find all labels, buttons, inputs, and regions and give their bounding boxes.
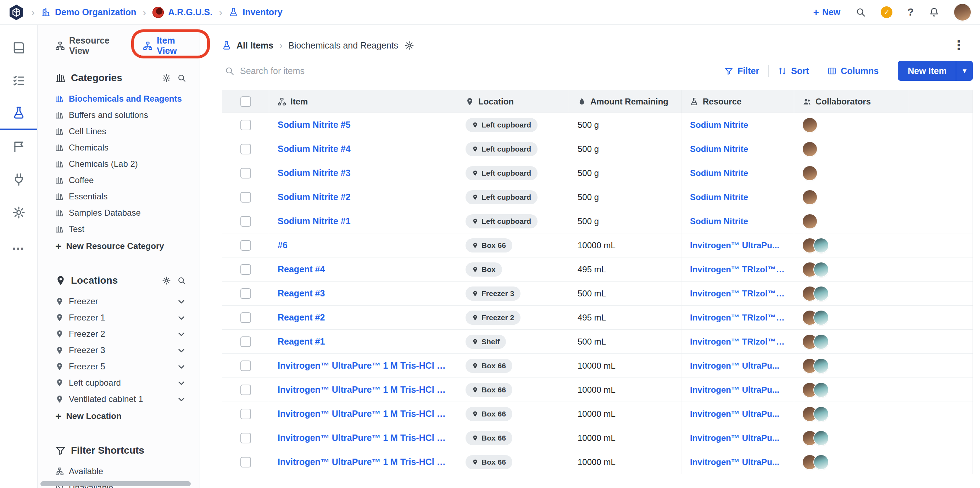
rail-journal-icon[interactable]	[0, 31, 37, 64]
filter-button[interactable]: Filter	[715, 66, 768, 76]
category-item[interactable]: Biochemicals and Reagents	[55, 91, 186, 107]
row-checkbox[interactable]	[240, 120, 251, 130]
table-row[interactable]: Reagent #2 Freezer 2 495 mL Invitrogen™ …	[222, 306, 972, 330]
location-item[interactable]: Freezer 1	[55, 309, 186, 326]
row-checkbox[interactable]	[240, 409, 251, 419]
collaborator-avatar[interactable]	[803, 142, 817, 156]
table-row[interactable]: Invitrogen™ UltraPure™ 1 M Tris-HCl Bu..…	[222, 426, 972, 450]
resource-link[interactable]: Invitrogen™ UltraPu...	[690, 385, 779, 395]
collaborator-avatar[interactable]	[814, 238, 828, 252]
table-row[interactable]: Sodium Nitrite #4 Left cupboard 500 g So…	[222, 137, 972, 161]
resource-link[interactable]: Invitrogen™ UltraPu...	[690, 433, 779, 443]
item-link[interactable]: Sodium Nitrite #2	[278, 192, 351, 202]
row-checkbox[interactable]	[240, 457, 251, 467]
chevron-down-icon[interactable]	[177, 395, 186, 404]
new-location-button[interactable]: + New Location	[55, 407, 186, 425]
item-link[interactable]: Invitrogen™ UltraPure™ 1 M Tris-HCl Bu..…	[278, 385, 448, 395]
rail-more-icon[interactable]: …	[0, 229, 37, 262]
table-row[interactable]: Sodium Nitrite #1 Left cupboard 500 g So…	[222, 209, 972, 233]
row-checkbox[interactable]	[240, 240, 251, 251]
chevron-down-icon[interactable]	[177, 378, 186, 388]
resource-link[interactable]: Invitrogen™ TRIzol™ ...	[690, 288, 785, 298]
location-item[interactable]: Freezer	[55, 293, 186, 309]
search-icon[interactable]	[855, 7, 866, 18]
resource-link[interactable]: Invitrogen™ UltraPu...	[690, 457, 779, 467]
rail-inventory-flask-icon[interactable]	[0, 97, 37, 130]
filter-shortcut-item[interactable]: Available	[55, 463, 186, 480]
table-row[interactable]: Sodium Nitrite #2 Left cupboard 500 g So…	[222, 185, 972, 209]
sidebar-horizontal-scrollbar[interactable]	[40, 481, 194, 487]
table-row[interactable]: Sodium Nitrite #3 Left cupboard 500 g So…	[222, 161, 972, 185]
tab-resource-view[interactable]: Resource View	[55, 35, 116, 56]
help-icon[interactable]: ?	[907, 7, 914, 18]
item-link[interactable]: Reagent #1	[278, 336, 325, 347]
collaborator-avatar[interactable]	[814, 335, 828, 349]
resource-link[interactable]: Invitrogen™ UltraPu...	[690, 241, 779, 250]
item-link[interactable]: Sodium Nitrite #1	[278, 216, 351, 226]
row-checkbox[interactable]	[240, 288, 251, 299]
item-link[interactable]: Invitrogen™ UltraPure™ 1 M Tris-HCl Bu..…	[278, 433, 448, 443]
breadcrumb-all-items[interactable]: All Items	[237, 40, 274, 51]
collaborator-avatar[interactable]	[814, 383, 828, 397]
table-row[interactable]: Reagent #3 Freezer 3 500 mL Invitrogen™ …	[222, 282, 972, 306]
table-row[interactable]: Invitrogen™ UltraPure™ 1 M Tris-HCl Bu..…	[222, 402, 972, 426]
table-row[interactable]: Invitrogen™ UltraPure™ 1 M Tris-HCl Bu..…	[222, 354, 972, 378]
resource-link[interactable]: Sodium Nitrite	[690, 144, 748, 154]
item-link[interactable]: Sodium Nitrite #3	[278, 168, 351, 178]
item-link[interactable]: Reagent #4	[278, 264, 325, 274]
collaborator-avatar[interactable]	[814, 359, 828, 373]
item-link[interactable]: Reagent #2	[278, 312, 325, 323]
new-item-button[interactable]: New Item ▾	[898, 61, 973, 81]
collaborator-avatar[interactable]	[814, 311, 828, 325]
collaborator-avatar[interactable]	[814, 431, 828, 445]
row-checkbox[interactable]	[240, 216, 251, 227]
locations-search-icon[interactable]	[177, 276, 186, 285]
caret-down-icon[interactable]: ▾	[956, 66, 973, 75]
chevron-down-icon[interactable]	[177, 330, 186, 339]
collaborator-avatar[interactable]	[814, 455, 828, 469]
header-collaborators[interactable]: Collaborators	[794, 90, 909, 112]
item-link[interactable]: Sodium Nitrite #4	[278, 144, 351, 154]
sort-button[interactable]: Sort	[769, 66, 818, 76]
table-row[interactable]: Sodium Nitrite #5 Left cupboard 500 g So…	[222, 113, 972, 137]
resource-link[interactable]: Invitrogen™ TRIzol™ ...	[690, 265, 785, 274]
resource-link[interactable]: Invitrogen™ UltraPu...	[690, 409, 779, 419]
row-checkbox[interactable]	[240, 168, 251, 179]
header-amount-remaining[interactable]: Amount Remaining	[569, 90, 681, 112]
row-checkbox[interactable]	[240, 312, 251, 323]
resource-link[interactable]: Sodium Nitrite	[690, 216, 748, 226]
user-avatar[interactable]	[954, 4, 971, 21]
item-link[interactable]: Sodium Nitrite #5	[278, 120, 351, 130]
select-all-checkbox[interactable]	[240, 96, 251, 107]
collaborator-avatar[interactable]	[814, 407, 828, 421]
category-item[interactable]: Essentials	[55, 189, 186, 205]
resource-link[interactable]: Sodium Nitrite	[690, 192, 748, 202]
table-row[interactable]: Invitrogen™ UltraPure™ 1 M Tris-HCl Bu..…	[222, 450, 972, 474]
chevron-down-icon[interactable]	[177, 345, 186, 355]
chevron-down-icon[interactable]	[177, 313, 186, 323]
header-location[interactable]: Location	[457, 90, 569, 112]
category-item[interactable]: Chemicals	[55, 139, 186, 156]
category-item[interactable]: Cell Lines	[55, 123, 186, 139]
breadcrumb-inventory[interactable]: Inventory	[229, 7, 283, 17]
resource-link[interactable]: Invitrogen™ UltraPu...	[690, 361, 779, 371]
category-item[interactable]: Samples Database	[55, 205, 186, 221]
tab-item-view[interactable]: Item View	[143, 35, 186, 56]
rail-devices-plug-icon[interactable]	[0, 163, 37, 196]
category-settings-gear-icon[interactable]	[404, 41, 414, 50]
row-checkbox[interactable]	[240, 144, 251, 154]
items-searchbox[interactable]	[222, 66, 715, 76]
new-resource-category-button[interactable]: + New Resource Category	[55, 237, 186, 255]
location-item[interactable]: Freezer 5	[55, 358, 186, 375]
location-item[interactable]: Left cupboard	[55, 375, 186, 391]
app-logo-icon[interactable]	[8, 4, 25, 21]
row-checkbox[interactable]	[240, 336, 251, 347]
locations-settings-gear-icon[interactable]	[162, 276, 171, 285]
location-item[interactable]: Ventilated cabinet 1	[55, 391, 186, 407]
collaborator-avatar[interactable]	[814, 287, 828, 301]
kebab-menu-icon[interactable]: ⋮	[952, 38, 973, 53]
row-checkbox[interactable]	[240, 192, 251, 203]
item-link[interactable]: #6	[278, 240, 288, 250]
chevron-down-icon[interactable]	[177, 297, 186, 306]
categories-search-icon[interactable]	[177, 74, 186, 82]
